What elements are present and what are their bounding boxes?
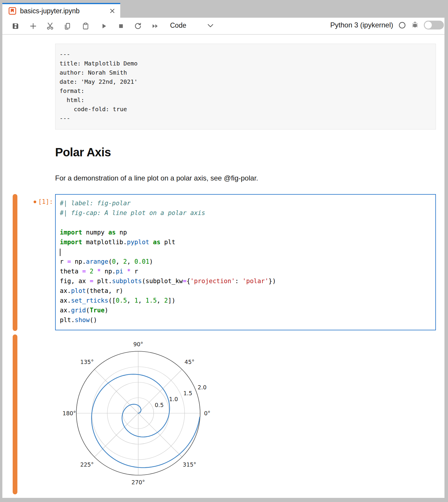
svg-text:1.5: 1.5 (183, 390, 192, 396)
polar-plot-output: 0°45°90°135°180°225°270°315°0.51.01.52.0 (59, 334, 218, 493)
toggle-knob (425, 22, 432, 29)
fast-forward-icon (151, 22, 159, 30)
svg-text:0°: 0° (204, 410, 210, 416)
tab-title: basics-jupyter.ipynb (20, 7, 106, 15)
svg-text:135°: 135° (80, 359, 94, 365)
section-heading: Polar Axis (55, 146, 111, 159)
raw-cell-editor[interactable]: --- title: Matplotlib Demo author: Norah… (55, 44, 436, 129)
copy-icon (63, 22, 71, 30)
raw-cell-text: --- title: Matplotlib Demo author: Norah… (55, 44, 436, 129)
svg-text:180°: 180° (62, 410, 76, 416)
svg-text:45°: 45° (185, 359, 195, 365)
input-collapser[interactable] (13, 194, 17, 331)
cut-cells-button[interactable] (46, 22, 54, 30)
add-cell-button[interactable] (29, 22, 37, 30)
execution-count: [1]: (38, 198, 53, 205)
notebook-tab[interactable]: basics-jupyter.ipynb (2, 3, 120, 18)
svg-text:2.0: 2.0 (198, 384, 207, 391)
code-cell-editor[interactable]: #| label: fig-polar#| fig-cap: A line pl… (55, 194, 436, 330)
code-text: #| label: fig-polar#| fig-cap: A line pl… (56, 195, 435, 329)
scissors-icon (46, 22, 54, 30)
notebook-file-icon (8, 7, 17, 15)
svg-text:0.5: 0.5 (155, 402, 164, 408)
svg-text:315°: 315° (183, 461, 196, 468)
restart-icon (134, 22, 142, 30)
save-button[interactable] (11, 22, 19, 30)
save-icon (11, 22, 19, 30)
close-icon[interactable] (108, 7, 116, 15)
execution-prompt: [1]: (25, 198, 53, 205)
restart-kernel-button[interactable] (134, 22, 142, 30)
stop-icon (117, 22, 125, 30)
simple-mode-toggle[interactable] (424, 21, 444, 29)
markdown-paragraph: For a demonstration of a line plot on a … (55, 174, 258, 182)
kernel-name[interactable]: Python 3 (ipykernel) (330, 21, 393, 29)
clipboard-icon (82, 22, 90, 30)
svg-text:90°: 90° (133, 341, 143, 347)
cell-dirty-indicator (34, 201, 36, 203)
run-cell-button[interactable] (100, 22, 108, 30)
cell-type-dropdown[interactable]: Code (170, 22, 186, 29)
debugger-bug-icon[interactable] (411, 21, 419, 29)
svg-text:270°: 270° (131, 479, 145, 485)
svg-text:225°: 225° (80, 461, 94, 468)
paste-cells-button[interactable] (81, 22, 90, 30)
play-icon (100, 22, 108, 30)
chevron-down-icon[interactable] (207, 24, 214, 29)
restart-run-all-button[interactable] (151, 22, 159, 30)
svg-text:1.0: 1.0 (169, 396, 178, 402)
output-collapser[interactable] (13, 334, 17, 494)
interrupt-kernel-button[interactable] (117, 22, 125, 30)
kernel-status-icon (398, 21, 406, 29)
copy-cells-button[interactable] (63, 22, 71, 30)
plus-icon (29, 22, 37, 30)
